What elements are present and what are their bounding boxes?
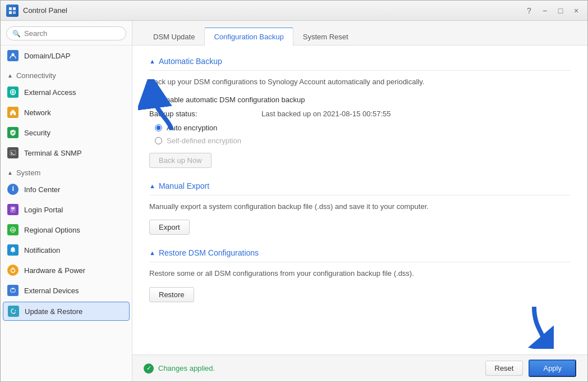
- sidebar-item-update-restore[interactable]: Update & Restore: [3, 302, 130, 321]
- sidebar-item-network-label: Network: [24, 108, 51, 117]
- info-center-icon: i: [7, 184, 19, 195]
- svg-rect-2: [9, 11, 12, 14]
- minimize-button[interactable]: −: [539, 5, 550, 16]
- enable-backup-row: Enable automatic DSM configuration backu…: [149, 96, 571, 104]
- auto-backup-chevron: ▲: [149, 58, 155, 65]
- tab-system-reset[interactable]: System Reset: [293, 28, 358, 46]
- close-button[interactable]: ×: [571, 5, 582, 16]
- sidebar-item-network[interactable]: Network: [1, 102, 132, 122]
- automatic-backup-section: ▲ Automatic Backup Back up your DSM conf…: [149, 57, 571, 168]
- svg-rect-20: [12, 288, 14, 289]
- restore-button[interactable]: Restore: [149, 287, 194, 302]
- search-box[interactable]: 🔍: [6, 26, 126, 40]
- enable-backup-checkbox[interactable]: [149, 96, 157, 103]
- tab-dsm-update[interactable]: DSM Update: [144, 28, 204, 46]
- sidebar-item-login-portal[interactable]: Login Portal: [1, 199, 132, 220]
- svg-rect-19: [11, 289, 15, 292]
- apply-button[interactable]: Apply: [529, 360, 576, 377]
- reset-button[interactable]: Reset: [485, 361, 523, 376]
- self-encryption-radio[interactable]: [155, 137, 162, 144]
- sidebar-item-regional-options-label: Regional Options: [24, 226, 80, 234]
- security-icon: [7, 127, 19, 138]
- main-content: 🔍 Domain/LDAP ▲ Connectivity: [1, 21, 587, 381]
- system-group-label: System: [16, 169, 40, 177]
- window-controls: ? − □ ×: [523, 5, 582, 16]
- connectivity-chevron: ▲: [7, 72, 13, 79]
- app-icon: [6, 4, 19, 17]
- automatic-backup-title: Automatic Backup: [159, 57, 222, 66]
- svg-rect-1: [13, 7, 16, 10]
- manual-export-desc: Manually export a system configuration b…: [149, 201, 571, 212]
- page-content: ▲ Automatic Backup Back up your DSM conf…: [132, 46, 587, 354]
- tab-bar: DSM Update Configuration Backup System R…: [132, 21, 587, 46]
- domain-ldap-icon: [7, 50, 19, 61]
- sidebar-item-external-access-label: External Access: [24, 88, 76, 97]
- sidebar-item-terminal-snmp-label: Terminal & SNMP: [24, 149, 82, 157]
- sidebar-item-hardware-power[interactable]: Hardware & Power: [1, 260, 132, 280]
- search-icon: 🔍: [12, 30, 21, 38]
- svg-rect-0: [9, 7, 12, 10]
- sidebar: 🔍 Domain/LDAP ▲ Connectivity: [1, 21, 132, 381]
- svg-rect-3: [13, 11, 16, 14]
- sidebar-item-info-center-label: Info Center: [24, 185, 60, 194]
- sidebar-item-notification[interactable]: Notification: [1, 240, 132, 260]
- sidebar-item-update-restore-label: Update & Restore: [25, 307, 82, 316]
- svg-rect-11: [11, 207, 15, 210]
- sidebar-item-external-devices[interactable]: External Devices: [1, 280, 132, 301]
- sidebar-group-connectivity[interactable]: ▲ Connectivity: [1, 66, 132, 82]
- sidebar-item-info-center[interactable]: i Info Center: [1, 179, 132, 199]
- backup-status-label: Backup status:: [149, 110, 261, 118]
- sidebar-item-terminal-snmp[interactable]: Terminal & SNMP: [1, 143, 132, 163]
- sidebar-item-regional-options[interactable]: Regional Options: [1, 220, 132, 240]
- maximize-button[interactable]: □: [555, 5, 566, 16]
- export-button[interactable]: Export: [149, 220, 190, 235]
- manual-export-section: ▲ Manual Export Manually export a system…: [149, 181, 571, 235]
- success-message: Changes applied.: [158, 364, 215, 372]
- svg-text:i: i: [12, 186, 15, 193]
- sidebar-item-security[interactable]: Security: [1, 122, 132, 143]
- sidebar-item-domain-ldap[interactable]: Domain/LDAP: [1, 46, 132, 66]
- auto-encryption-label[interactable]: Auto encryption: [167, 124, 217, 132]
- automatic-backup-desc: Back up your DSM configurations to Synol…: [149, 76, 571, 88]
- footer-status: ✓ Changes applied.: [144, 363, 480, 374]
- manual-export-title: Manual Export: [159, 181, 209, 190]
- update-restore-icon: [8, 306, 19, 317]
- sidebar-item-hardware-power-label: Hardware & Power: [24, 266, 85, 275]
- help-button[interactable]: ?: [523, 5, 535, 16]
- sidebar-item-domain-ldap-label: Domain/LDAP: [24, 52, 70, 60]
- search-input[interactable]: [24, 29, 120, 38]
- sidebar-item-external-access[interactable]: External Access: [1, 82, 132, 102]
- svg-rect-13: [12, 211, 13, 212]
- manual-export-chevron: ▲: [149, 183, 155, 189]
- svg-rect-12: [12, 210, 15, 211]
- restore-dsm-desc: Restore some or all DSM configurations f…: [149, 268, 571, 279]
- tab-config-backup[interactable]: Configuration Backup: [204, 28, 293, 46]
- self-encryption-row: Self-defined encryption: [155, 137, 571, 145]
- window-title: Control Panel: [23, 6, 523, 15]
- encryption-options: Auto encryption Self-defined encryption: [155, 124, 571, 145]
- enable-backup-label[interactable]: Enable automatic DSM configuration backu…: [161, 96, 305, 104]
- external-access-icon: [7, 87, 19, 98]
- external-devices-icon: [7, 285, 19, 296]
- system-chevron: ▲: [7, 170, 13, 176]
- success-icon: ✓: [144, 363, 154, 374]
- network-icon: [7, 107, 19, 118]
- window: Control Panel ? − □ × 🔍: [0, 0, 588, 382]
- auto-encryption-radio[interactable]: [155, 124, 162, 131]
- terminal-icon: [7, 147, 19, 158]
- restore-dsm-title: Restore DSM Configurations: [159, 248, 259, 257]
- titlebar: Control Panel ? − □ ×: [1, 1, 587, 21]
- sidebar-item-security-label: Security: [24, 129, 50, 137]
- auto-encryption-row: Auto encryption: [155, 124, 571, 132]
- sidebar-item-notification-label: Notification: [24, 246, 60, 254]
- self-encryption-label[interactable]: Self-defined encryption: [167, 137, 241, 145]
- sidebar-search-area: 🔍: [1, 21, 132, 46]
- sidebar-item-external-devices-label: External Devices: [24, 286, 79, 295]
- manual-export-header: ▲ Manual Export: [149, 181, 571, 195]
- backup-now-button[interactable]: Back up Now: [149, 153, 212, 168]
- restore-dsm-header: ▲ Restore DSM Configurations: [149, 248, 571, 262]
- sidebar-item-login-portal-label: Login Portal: [24, 206, 63, 214]
- connectivity-group-label: Connectivity: [16, 71, 56, 80]
- right-panel: DSM Update Configuration Backup System R…: [132, 21, 587, 381]
- sidebar-group-system[interactable]: ▲ System: [1, 163, 132, 179]
